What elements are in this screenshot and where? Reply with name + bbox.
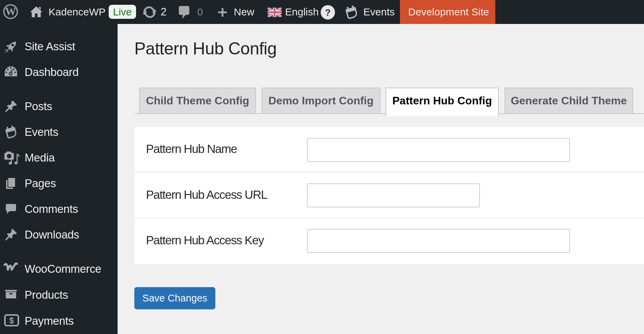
- svg-text:?: ?: [325, 7, 331, 18]
- svg-text:W: W: [5, 5, 16, 17]
- svg-text:$: $: [10, 316, 14, 325]
